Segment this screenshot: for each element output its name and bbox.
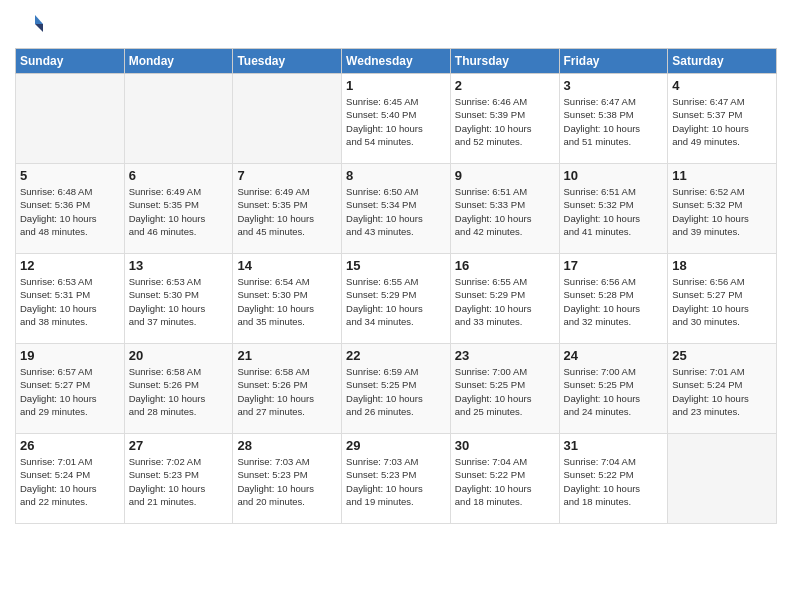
calendar-table: SundayMondayTuesdayWednesdayThursdayFrid… (15, 48, 777, 524)
svg-marker-0 (35, 15, 43, 24)
calendar-cell (16, 74, 125, 164)
weekday-header-row: SundayMondayTuesdayWednesdayThursdayFrid… (16, 49, 777, 74)
day-info: Sunrise: 6:49 AM Sunset: 5:35 PM Dayligh… (237, 185, 337, 238)
day-number: 17 (564, 258, 664, 273)
calendar-cell (233, 74, 342, 164)
calendar-cell: 26Sunrise: 7:01 AM Sunset: 5:24 PM Dayli… (16, 434, 125, 524)
calendar-cell: 16Sunrise: 6:55 AM Sunset: 5:29 PM Dayli… (450, 254, 559, 344)
calendar-cell: 24Sunrise: 7:00 AM Sunset: 5:25 PM Dayli… (559, 344, 668, 434)
day-number: 21 (237, 348, 337, 363)
day-number: 8 (346, 168, 446, 183)
calendar-cell: 22Sunrise: 6:59 AM Sunset: 5:25 PM Dayli… (342, 344, 451, 434)
week-row-3: 12Sunrise: 6:53 AM Sunset: 5:31 PM Dayli… (16, 254, 777, 344)
day-number: 22 (346, 348, 446, 363)
day-info: Sunrise: 7:04 AM Sunset: 5:22 PM Dayligh… (564, 455, 664, 508)
page-header (15, 10, 777, 40)
day-info: Sunrise: 6:55 AM Sunset: 5:29 PM Dayligh… (455, 275, 555, 328)
calendar-cell: 14Sunrise: 6:54 AM Sunset: 5:30 PM Dayli… (233, 254, 342, 344)
day-number: 13 (129, 258, 229, 273)
day-number: 15 (346, 258, 446, 273)
calendar-cell: 20Sunrise: 6:58 AM Sunset: 5:26 PM Dayli… (124, 344, 233, 434)
calendar-cell: 7Sunrise: 6:49 AM Sunset: 5:35 PM Daylig… (233, 164, 342, 254)
calendar-cell: 28Sunrise: 7:03 AM Sunset: 5:23 PM Dayli… (233, 434, 342, 524)
day-info: Sunrise: 6:59 AM Sunset: 5:25 PM Dayligh… (346, 365, 446, 418)
day-number: 9 (455, 168, 555, 183)
day-info: Sunrise: 7:00 AM Sunset: 5:25 PM Dayligh… (564, 365, 664, 418)
day-number: 2 (455, 78, 555, 93)
calendar-cell: 12Sunrise: 6:53 AM Sunset: 5:31 PM Dayli… (16, 254, 125, 344)
day-number: 14 (237, 258, 337, 273)
day-info: Sunrise: 7:03 AM Sunset: 5:23 PM Dayligh… (346, 455, 446, 508)
logo (15, 10, 47, 40)
svg-marker-1 (35, 24, 43, 32)
day-number: 27 (129, 438, 229, 453)
day-info: Sunrise: 6:47 AM Sunset: 5:37 PM Dayligh… (672, 95, 772, 148)
calendar-cell: 25Sunrise: 7:01 AM Sunset: 5:24 PM Dayli… (668, 344, 777, 434)
calendar-cell: 2Sunrise: 6:46 AM Sunset: 5:39 PM Daylig… (450, 74, 559, 164)
day-number: 19 (20, 348, 120, 363)
calendar-cell: 5Sunrise: 6:48 AM Sunset: 5:36 PM Daylig… (16, 164, 125, 254)
day-number: 18 (672, 258, 772, 273)
day-number: 29 (346, 438, 446, 453)
week-row-5: 26Sunrise: 7:01 AM Sunset: 5:24 PM Dayli… (16, 434, 777, 524)
calendar-cell: 23Sunrise: 7:00 AM Sunset: 5:25 PM Dayli… (450, 344, 559, 434)
week-row-1: 1Sunrise: 6:45 AM Sunset: 5:40 PM Daylig… (16, 74, 777, 164)
week-row-2: 5Sunrise: 6:48 AM Sunset: 5:36 PM Daylig… (16, 164, 777, 254)
calendar-cell: 4Sunrise: 6:47 AM Sunset: 5:37 PM Daylig… (668, 74, 777, 164)
day-number: 25 (672, 348, 772, 363)
day-number: 6 (129, 168, 229, 183)
day-info: Sunrise: 7:04 AM Sunset: 5:22 PM Dayligh… (455, 455, 555, 508)
calendar-cell: 15Sunrise: 6:55 AM Sunset: 5:29 PM Dayli… (342, 254, 451, 344)
logo-icon (15, 10, 45, 40)
day-number: 23 (455, 348, 555, 363)
weekday-header-saturday: Saturday (668, 49, 777, 74)
day-number: 28 (237, 438, 337, 453)
calendar-cell (124, 74, 233, 164)
day-info: Sunrise: 6:47 AM Sunset: 5:38 PM Dayligh… (564, 95, 664, 148)
day-number: 16 (455, 258, 555, 273)
day-number: 10 (564, 168, 664, 183)
calendar-cell: 31Sunrise: 7:04 AM Sunset: 5:22 PM Dayli… (559, 434, 668, 524)
day-number: 26 (20, 438, 120, 453)
calendar-cell: 8Sunrise: 6:50 AM Sunset: 5:34 PM Daylig… (342, 164, 451, 254)
day-info: Sunrise: 7:01 AM Sunset: 5:24 PM Dayligh… (20, 455, 120, 508)
day-info: Sunrise: 6:46 AM Sunset: 5:39 PM Dayligh… (455, 95, 555, 148)
weekday-header-friday: Friday (559, 49, 668, 74)
day-number: 7 (237, 168, 337, 183)
weekday-header-thursday: Thursday (450, 49, 559, 74)
day-number: 24 (564, 348, 664, 363)
calendar-cell: 18Sunrise: 6:56 AM Sunset: 5:27 PM Dayli… (668, 254, 777, 344)
calendar-cell: 19Sunrise: 6:57 AM Sunset: 5:27 PM Dayli… (16, 344, 125, 434)
day-number: 12 (20, 258, 120, 273)
day-info: Sunrise: 6:54 AM Sunset: 5:30 PM Dayligh… (237, 275, 337, 328)
day-info: Sunrise: 6:49 AM Sunset: 5:35 PM Dayligh… (129, 185, 229, 238)
day-info: Sunrise: 6:50 AM Sunset: 5:34 PM Dayligh… (346, 185, 446, 238)
weekday-header-monday: Monday (124, 49, 233, 74)
day-info: Sunrise: 6:57 AM Sunset: 5:27 PM Dayligh… (20, 365, 120, 418)
day-number: 3 (564, 78, 664, 93)
week-row-4: 19Sunrise: 6:57 AM Sunset: 5:27 PM Dayli… (16, 344, 777, 434)
day-info: Sunrise: 7:00 AM Sunset: 5:25 PM Dayligh… (455, 365, 555, 418)
calendar-cell: 3Sunrise: 6:47 AM Sunset: 5:38 PM Daylig… (559, 74, 668, 164)
calendar-cell: 27Sunrise: 7:02 AM Sunset: 5:23 PM Dayli… (124, 434, 233, 524)
day-info: Sunrise: 6:48 AM Sunset: 5:36 PM Dayligh… (20, 185, 120, 238)
day-info: Sunrise: 7:03 AM Sunset: 5:23 PM Dayligh… (237, 455, 337, 508)
weekday-header-tuesday: Tuesday (233, 49, 342, 74)
calendar-cell: 13Sunrise: 6:53 AM Sunset: 5:30 PM Dayli… (124, 254, 233, 344)
calendar-cell: 11Sunrise: 6:52 AM Sunset: 5:32 PM Dayli… (668, 164, 777, 254)
calendar-cell: 30Sunrise: 7:04 AM Sunset: 5:22 PM Dayli… (450, 434, 559, 524)
calendar-cell: 6Sunrise: 6:49 AM Sunset: 5:35 PM Daylig… (124, 164, 233, 254)
calendar-cell: 17Sunrise: 6:56 AM Sunset: 5:28 PM Dayli… (559, 254, 668, 344)
day-info: Sunrise: 6:51 AM Sunset: 5:32 PM Dayligh… (564, 185, 664, 238)
calendar-cell: 9Sunrise: 6:51 AM Sunset: 5:33 PM Daylig… (450, 164, 559, 254)
day-info: Sunrise: 6:45 AM Sunset: 5:40 PM Dayligh… (346, 95, 446, 148)
day-info: Sunrise: 6:58 AM Sunset: 5:26 PM Dayligh… (129, 365, 229, 418)
day-number: 31 (564, 438, 664, 453)
day-number: 1 (346, 78, 446, 93)
day-number: 4 (672, 78, 772, 93)
day-info: Sunrise: 6:52 AM Sunset: 5:32 PM Dayligh… (672, 185, 772, 238)
day-info: Sunrise: 6:58 AM Sunset: 5:26 PM Dayligh… (237, 365, 337, 418)
day-info: Sunrise: 6:53 AM Sunset: 5:31 PM Dayligh… (20, 275, 120, 328)
weekday-header-wednesday: Wednesday (342, 49, 451, 74)
day-info: Sunrise: 6:51 AM Sunset: 5:33 PM Dayligh… (455, 185, 555, 238)
